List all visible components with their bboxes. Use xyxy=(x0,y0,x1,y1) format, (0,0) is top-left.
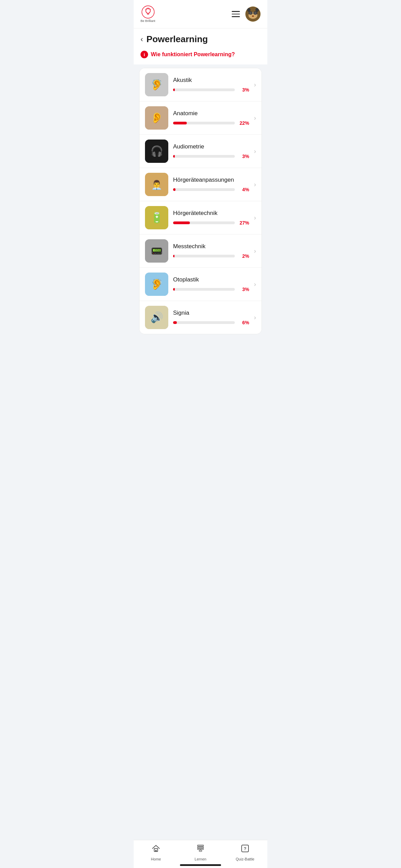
home-indicator xyxy=(180,864,221,866)
svg-rect-33 xyxy=(155,850,157,852)
category-name-akustik: Akustik xyxy=(173,77,249,84)
nav-label-home: Home xyxy=(151,857,161,861)
svg-point-15 xyxy=(255,8,259,12)
category-item-messtechnik[interactable]: 📟Messtechnik2%› xyxy=(139,234,262,268)
nav-item-home[interactable]: Home xyxy=(134,844,178,861)
category-info-anatomie: Anatomie22% xyxy=(173,110,249,126)
progress-bar-fill-messtechnik xyxy=(173,255,174,257)
progress-bar-bg-signia xyxy=(173,321,235,324)
chevron-icon-signia: › xyxy=(254,314,256,321)
category-item-signia[interactable]: 🔊Signia6%› xyxy=(139,301,262,334)
category-info-hoergeraeteanpassungen: Hörgeräteanpassungen4% xyxy=(173,177,249,192)
chevron-icon-otoplastik: › xyxy=(254,281,256,288)
category-name-hoergeraetetechnik: Hörgerätetechnik xyxy=(173,210,249,217)
progress-bar-fill-signia xyxy=(173,321,177,324)
progress-bar-fill-audiometrie xyxy=(173,155,175,158)
category-thumb-messtechnik: 📟 xyxy=(145,239,168,263)
chevron-icon-hoergeraeteanpassungen: › xyxy=(254,181,256,188)
svg-text:🦻: 🦻 xyxy=(150,278,163,290)
svg-point-13 xyxy=(252,15,254,17)
progress-row-signia: 6% xyxy=(173,320,249,325)
progress-row-anatomie: 22% xyxy=(173,120,249,126)
progress-bar-fill-hoergeraetetechnik xyxy=(173,221,190,224)
category-name-audiometrie: Audiometrie xyxy=(173,143,249,150)
avatar[interactable] xyxy=(245,7,260,22)
category-name-hoergeraeteanpassungen: Hörgeräteanpassungen xyxy=(173,177,249,183)
logo-icon xyxy=(142,5,155,19)
progress-bar-fill-otoplastik xyxy=(173,288,175,291)
back-button[interactable]: ‹ xyxy=(141,36,143,43)
category-name-anatomie: Anatomie xyxy=(173,110,249,117)
page-title-area: ‹ Powerlearning xyxy=(134,28,267,49)
info-text: Wie funktioniert Powerlearning? xyxy=(151,51,235,58)
category-info-hoergeraetetechnik: Hörgerätetechnik27% xyxy=(173,210,249,226)
progress-bar-fill-anatomie xyxy=(173,122,187,124)
category-thumb-hoergeraeteanpassungen: 👨‍💼 xyxy=(145,173,168,196)
quiz-icon: ? xyxy=(240,844,250,856)
progress-pct-signia: 6% xyxy=(238,320,249,325)
progress-bar-bg-anatomie xyxy=(173,122,235,124)
svg-text:🔊: 🔊 xyxy=(150,311,163,324)
category-item-akustik[interactable]: 🦻Akustik3%› xyxy=(139,68,262,101)
progress-row-audiometrie: 3% xyxy=(173,154,249,159)
svg-point-0 xyxy=(142,6,154,18)
chevron-icon-messtechnik: › xyxy=(254,248,256,255)
category-thumb-akustik: 🦻 xyxy=(145,73,168,96)
home-icon xyxy=(151,844,161,856)
category-list: 🦻Akustik3%›👂Anatomie22%›🎧Audiometrie3%›👨… xyxy=(139,68,262,334)
svg-point-11 xyxy=(250,12,252,14)
category-thumb-audiometrie: 🎧 xyxy=(145,140,168,163)
category-name-otoplastik: Otoplastik xyxy=(173,276,249,283)
category-info-audiometrie: Audiometrie3% xyxy=(173,143,249,159)
progress-row-otoplastik: 3% xyxy=(173,287,249,292)
category-info-akustik: Akustik3% xyxy=(173,77,249,93)
svg-rect-34 xyxy=(197,845,204,846)
chevron-icon-anatomie: › xyxy=(254,114,256,122)
svg-text:👂: 👂 xyxy=(150,112,163,124)
category-item-hoergeraetetechnik[interactable]: 🔋Hörgerätetechnik27%› xyxy=(139,201,262,234)
category-name-messtechnik: Messtechnik xyxy=(173,243,249,250)
svg-text:🔋: 🔋 xyxy=(150,212,163,224)
progress-pct-audiometrie: 3% xyxy=(238,154,249,159)
logo-text: Be Brilliant xyxy=(141,19,155,23)
category-thumb-signia: 🔊 xyxy=(145,306,168,329)
progress-bar-bg-audiometrie xyxy=(173,155,235,158)
progress-bar-fill-hoergeraeteanpassungen xyxy=(173,188,175,191)
nav-item-lernen[interactable]: Lernen xyxy=(178,844,223,861)
svg-rect-35 xyxy=(197,847,204,848)
category-item-audiometrie[interactable]: 🎧Audiometrie3%› xyxy=(139,135,262,168)
chevron-icon-akustik: › xyxy=(254,81,256,88)
progress-bar-bg-otoplastik xyxy=(173,288,235,291)
category-item-hoergeraeteanpassungen[interactable]: 👨‍💼Hörgeräteanpassungen4%› xyxy=(139,168,262,201)
category-item-anatomie[interactable]: 👂Anatomie22%› xyxy=(139,101,262,135)
svg-text:👨‍💼: 👨‍💼 xyxy=(151,179,162,190)
svg-rect-36 xyxy=(197,848,204,849)
logo-area: Be Brilliant xyxy=(141,5,155,23)
category-info-signia: Signia6% xyxy=(173,310,249,325)
menu-button[interactable] xyxy=(232,11,240,17)
svg-point-14 xyxy=(247,8,251,12)
progress-bar-bg-hoergeraeteanpassungen xyxy=(173,188,235,191)
progress-pct-otoplastik: 3% xyxy=(238,287,249,292)
category-item-otoplastik[interactable]: 🦻Otoplastik3%› xyxy=(139,268,262,301)
nav-label-quiz: Quiz-Battle xyxy=(236,857,254,861)
progress-row-messtechnik: 2% xyxy=(173,253,249,259)
nav-label-lernen: Lernen xyxy=(195,857,206,861)
content-area: 🦻Akustik3%›👂Anatomie22%›🎧Audiometrie3%›👨… xyxy=(134,64,267,365)
progress-pct-hoergeraetetechnik: 27% xyxy=(238,220,249,226)
progress-pct-anatomie: 22% xyxy=(238,120,249,126)
category-thumb-anatomie: 👂 xyxy=(145,106,168,130)
chevron-icon-audiometrie: › xyxy=(254,148,256,155)
progress-bar-bg-akustik xyxy=(173,88,235,91)
chevron-icon-hoergeraetetechnik: › xyxy=(254,214,256,221)
nav-item-quiz-battle[interactable]: ? Quiz-Battle xyxy=(223,844,267,861)
progress-pct-akustik: 3% xyxy=(238,87,249,93)
info-banner[interactable]: i Wie funktioniert Powerlearning? xyxy=(134,49,267,64)
progress-row-hoergeraetetechnik: 27% xyxy=(173,220,249,226)
progress-bar-bg-hoergeraetetechnik xyxy=(173,221,235,224)
category-thumb-hoergeraetetechnik: 🔋 xyxy=(145,206,168,229)
lernen-icon xyxy=(196,844,205,856)
category-info-messtechnik: Messtechnik2% xyxy=(173,243,249,259)
app-header: Be Brilliant xyxy=(134,0,267,28)
progress-row-hoergeraeteanpassungen: 4% xyxy=(173,187,249,192)
